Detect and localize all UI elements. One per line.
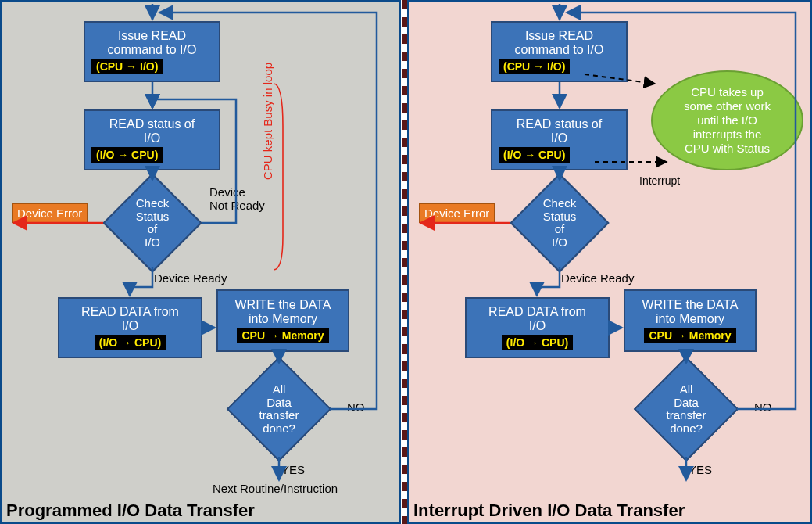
box-text: READ status of I/O — [109, 117, 195, 146]
box-text: WRITE the DATA into Memory — [642, 298, 739, 327]
label-cpu-busy-loop: CPU kept Busy in loop — [261, 63, 274, 180]
box-text: Issue READ command to I/O — [108, 29, 197, 58]
box-write-memory: WRITE the DATA into Memory CPU → Memory — [216, 289, 349, 352]
tag-cpu-to-io: (CPU → I/O) — [91, 59, 163, 74]
box-text: READ status of I/O — [517, 117, 602, 146]
label-device-ready: Device Ready — [561, 271, 634, 285]
box-write-memory: WRITE the DATA into Memory CPU → Memory — [624, 289, 757, 352]
panel-title: Programmed I/O Data Transfer — [6, 501, 255, 521]
tag-io-to-cpu: (I/O → CPU) — [502, 335, 573, 350]
tag-io-to-cpu: (I/O → CPU) — [499, 147, 570, 163]
label-yes: YES — [281, 463, 305, 476]
tag-cpu-to-io: (CPU → I/O) — [499, 59, 570, 74]
badge-device-error: Device Error — [419, 203, 495, 223]
panel-programmed-io: Issue READ command to I/O (CPU → I/O) RE… — [0, 0, 401, 524]
label-device-ready: Device Ready — [154, 271, 227, 285]
box-issue-read: Issue READ command to I/O (CPU → I/O) — [84, 21, 220, 82]
box-text: READ DATA from I/O — [488, 305, 586, 334]
box-text: READ DATA from I/O — [81, 305, 179, 334]
box-issue-read: Issue READ command to I/O (CPU → I/O) — [491, 21, 628, 82]
tag-cpu-to-memory: CPU → Memory — [237, 328, 328, 343]
label-no: NO — [754, 400, 772, 414]
box-read-status: READ status of I/O (I/O → CPU) — [491, 109, 628, 170]
box-text: WRITE the DATA into Memory — [235, 298, 331, 327]
box-text: Issue READ command to I/O — [515, 29, 604, 58]
label-yes: YES — [689, 463, 712, 476]
panel-interrupt-io: Issue READ command to I/O (CPU → I/O) RE… — [407, 0, 812, 524]
tag-io-to-cpu: (I/O → CPU) — [91, 147, 163, 163]
tag-io-to-cpu: (I/O → CPU) — [95, 335, 166, 350]
ellipse-cpu-other-work: CPU takes up some other work until the I… — [651, 70, 803, 170]
badge-device-error: Device Error — [12, 203, 88, 223]
box-read-data: READ DATA from I/O (I/O → CPU) — [58, 297, 202, 358]
box-read-status: READ status of I/O (I/O → CPU) — [84, 109, 220, 170]
label-no: NO — [347, 400, 365, 414]
box-read-data: READ DATA from I/O (I/O → CPU) — [465, 297, 610, 358]
label-next-routine: Next Routine/Instruction — [213, 482, 338, 495]
tag-cpu-to-memory: CPU → Memory — [644, 328, 735, 343]
label-interrupt: Interrupt — [639, 174, 680, 187]
panel-title: Interrupt Driven I/O Data Transfer — [413, 501, 685, 521]
panel-divider — [402, 0, 407, 524]
label-device-not-ready: Device Not Ready — [209, 185, 265, 212]
